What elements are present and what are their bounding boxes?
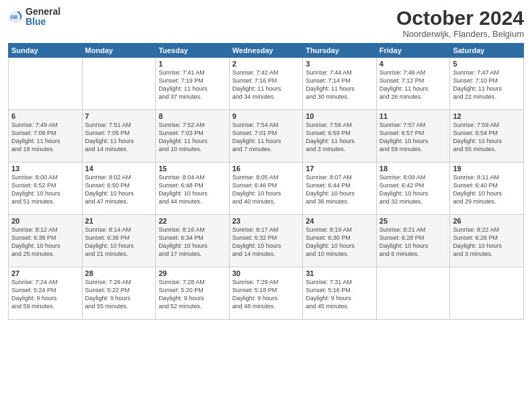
calendar-cell [82,58,156,110]
day-number: 28 [85,269,153,277]
calendar-cell: 29Sunrise: 7:28 AM Sunset: 5:20 PM Dayli… [156,267,230,320]
calendar-header-row: SundayMondayTuesdayWednesdayThursdayFrid… [9,44,524,58]
day-number: 24 [306,217,373,225]
calendar-cell: 2Sunrise: 7:42 AM Sunset: 7:16 PM Daylig… [229,58,303,110]
logo-general-text: General [26,7,60,17]
day-number: 18 [380,165,447,173]
calendar-cell: 30Sunrise: 7:29 AM Sunset: 5:18 PM Dayli… [229,267,303,320]
day-info: Sunrise: 7:59 AM Sunset: 6:54 PM Dayligh… [453,121,521,154]
day-info: Sunrise: 7:42 AM Sunset: 7:16 PM Dayligh… [232,68,300,101]
calendar-cell: 25Sunrise: 8:21 AM Sunset: 6:28 PM Dayli… [376,215,450,267]
calendar-cell: 17Sunrise: 8:07 AM Sunset: 6:44 PM Dayli… [303,163,377,215]
day-number: 11 [380,112,447,120]
calendar-cell: 18Sunrise: 8:09 AM Sunset: 6:42 PM Dayli… [376,163,450,215]
day-number: 29 [159,269,226,277]
day-info: Sunrise: 8:12 AM Sunset: 6:38 PM Dayligh… [11,226,79,259]
day-number: 15 [159,165,226,173]
day-number: 19 [453,165,521,173]
location: Noorderwijk, Flanders, Belgium [396,29,524,39]
calendar-week-2: 6Sunrise: 7:49 AM Sunset: 7:08 PM Daylig… [9,110,524,163]
day-info: Sunrise: 8:21 AM Sunset: 6:28 PM Dayligh… [380,226,447,259]
calendar-cell: 12Sunrise: 7:59 AM Sunset: 6:54 PM Dayli… [450,110,524,163]
day-info: Sunrise: 7:49 AM Sunset: 7:08 PM Dayligh… [11,121,79,154]
col-header-sunday: Sunday [9,44,83,58]
calendar-cell: 6Sunrise: 7:49 AM Sunset: 7:08 PM Daylig… [9,110,83,163]
calendar-cell: 14Sunrise: 8:02 AM Sunset: 6:50 PM Dayli… [82,163,156,215]
day-number: 3 [306,60,373,68]
day-info: Sunrise: 7:41 AM Sunset: 7:19 PM Dayligh… [159,68,226,101]
day-number: 21 [85,217,153,225]
day-info: Sunrise: 7:28 AM Sunset: 5:20 PM Dayligh… [159,278,226,311]
calendar-cell: 22Sunrise: 8:16 AM Sunset: 6:34 PM Dayli… [156,215,230,267]
day-number: 31 [306,269,373,277]
calendar-cell: 3Sunrise: 7:44 AM Sunset: 7:14 PM Daylig… [303,58,377,110]
day-info: Sunrise: 7:51 AM Sunset: 7:05 PM Dayligh… [85,121,153,154]
calendar-cell: 27Sunrise: 7:24 AM Sunset: 5:24 PM Dayli… [9,267,83,320]
day-number: 26 [453,217,521,225]
calendar-cell: 10Sunrise: 7:56 AM Sunset: 6:59 PM Dayli… [303,110,377,163]
day-number: 25 [380,217,447,225]
calendar-week-4: 20Sunrise: 8:12 AM Sunset: 6:38 PM Dayli… [9,215,524,267]
day-info: Sunrise: 7:29 AM Sunset: 5:18 PM Dayligh… [232,278,300,311]
day-info: Sunrise: 8:22 AM Sunset: 6:26 PM Dayligh… [453,226,521,259]
calendar-week-5: 27Sunrise: 7:24 AM Sunset: 5:24 PM Dayli… [9,267,524,320]
calendar-cell: 11Sunrise: 7:57 AM Sunset: 6:57 PM Dayli… [376,110,450,163]
day-info: Sunrise: 8:17 AM Sunset: 6:32 PM Dayligh… [232,226,300,259]
generalblue-logo-icon: GB [8,9,23,24]
day-number: 8 [159,112,226,120]
day-number: 13 [11,165,79,173]
day-info: Sunrise: 8:07 AM Sunset: 6:44 PM Dayligh… [306,173,373,206]
day-number: 17 [306,165,373,173]
day-info: Sunrise: 7:54 AM Sunset: 7:01 PM Dayligh… [232,121,300,154]
day-info: Sunrise: 8:19 AM Sunset: 6:30 PM Dayligh… [306,226,373,259]
calendar-cell: 8Sunrise: 7:52 AM Sunset: 7:03 PM Daylig… [156,110,230,163]
day-info: Sunrise: 7:47 AM Sunset: 7:10 PM Dayligh… [453,68,521,101]
day-number: 5 [453,60,521,68]
day-info: Sunrise: 7:57 AM Sunset: 6:57 PM Dayligh… [380,121,447,154]
logo-text: General Blue [26,7,60,28]
day-info: Sunrise: 8:04 AM Sunset: 6:48 PM Dayligh… [159,173,226,206]
day-number: 4 [380,60,447,68]
day-info: Sunrise: 8:14 AM Sunset: 6:36 PM Dayligh… [85,226,153,259]
calendar-cell [9,58,83,110]
day-info: Sunrise: 7:46 AM Sunset: 7:12 PM Dayligh… [380,68,447,101]
day-info: Sunrise: 8:09 AM Sunset: 6:42 PM Dayligh… [380,173,447,206]
calendar-cell: 26Sunrise: 8:22 AM Sunset: 6:26 PM Dayli… [450,215,524,267]
calendar-cell: 9Sunrise: 7:54 AM Sunset: 7:01 PM Daylig… [229,110,303,163]
day-number: 7 [85,112,153,120]
calendar-cell: 7Sunrise: 7:51 AM Sunset: 7:05 PM Daylig… [82,110,156,163]
day-number: 2 [232,60,300,68]
title-area: October 2024 Noorderwijk, Flanders, Belg… [396,7,524,39]
calendar-cell: 21Sunrise: 8:14 AM Sunset: 6:36 PM Dayli… [82,215,156,267]
col-header-friday: Friday [376,44,450,58]
calendar-cell: 15Sunrise: 8:04 AM Sunset: 6:48 PM Dayli… [156,163,230,215]
calendar-cell: 31Sunrise: 7:31 AM Sunset: 5:16 PM Dayli… [303,267,377,320]
day-info: Sunrise: 8:02 AM Sunset: 6:50 PM Dayligh… [85,173,153,206]
header: GB General Blue October 2024 Noorderwijk… [8,7,524,39]
page: GB General Blue October 2024 Noorderwijk… [0,0,532,411]
day-number: 30 [232,269,300,277]
calendar-cell: 4Sunrise: 7:46 AM Sunset: 7:12 PM Daylig… [376,58,450,110]
day-info: Sunrise: 8:00 AM Sunset: 6:52 PM Dayligh… [11,173,79,206]
day-info: Sunrise: 8:05 AM Sunset: 6:46 PM Dayligh… [232,173,300,206]
calendar-week-3: 13Sunrise: 8:00 AM Sunset: 6:52 PM Dayli… [9,163,524,215]
month-title: October 2024 [396,7,524,29]
day-number: 10 [306,112,373,120]
day-info: Sunrise: 7:31 AM Sunset: 5:16 PM Dayligh… [306,278,373,311]
day-number: 6 [11,112,79,120]
day-number: 23 [232,217,300,225]
logo: GB General Blue [8,7,60,28]
day-number: 16 [232,165,300,173]
col-header-saturday: Saturday [450,44,524,58]
col-header-thursday: Thursday [303,44,377,58]
day-info: Sunrise: 7:44 AM Sunset: 7:14 PM Dayligh… [306,68,373,101]
col-header-tuesday: Tuesday [156,44,230,58]
calendar-cell: 13Sunrise: 8:00 AM Sunset: 6:52 PM Dayli… [9,163,83,215]
calendar-cell: 19Sunrise: 8:11 AM Sunset: 6:40 PM Dayli… [450,163,524,215]
svg-text:GB: GB [10,15,17,20]
calendar-cell: 24Sunrise: 8:19 AM Sunset: 6:30 PM Dayli… [303,215,377,267]
day-info: Sunrise: 7:52 AM Sunset: 7:03 PM Dayligh… [159,121,226,154]
day-number: 9 [232,112,300,120]
day-number: 1 [159,60,226,68]
calendar-cell: 28Sunrise: 7:26 AM Sunset: 5:22 PM Dayli… [82,267,156,320]
